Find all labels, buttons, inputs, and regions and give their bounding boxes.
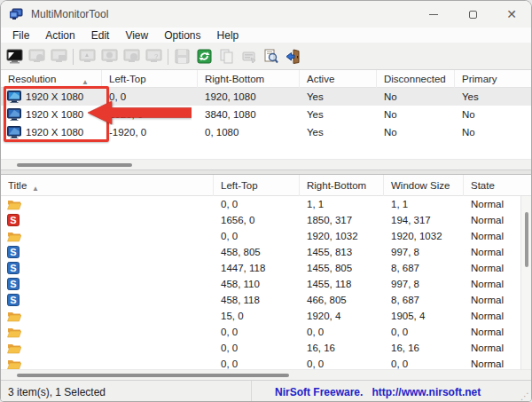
folder-icon bbox=[7, 343, 21, 354]
left-top-value: 458, 118 bbox=[214, 295, 300, 305]
window-row[interactable]: 15, 0 1920, 4 1905, 4 Normal bbox=[1, 308, 531, 324]
window-row[interactable]: S 1447, 118 1455, 805 8, 687 Normal bbox=[1, 260, 531, 276]
menu-edit[interactable]: Edit bbox=[83, 28, 118, 43]
find-button[interactable] bbox=[260, 46, 282, 67]
column-header-right-bottom[interactable]: Right-Bottom bbox=[198, 70, 300, 88]
window-row[interactable]: S 458, 110 1455, 118 997, 8 Normal bbox=[1, 276, 531, 292]
left-top-value: 15, 0 bbox=[214, 311, 300, 321]
menu-file[interactable]: File bbox=[4, 28, 37, 43]
left-top-value: -1920, 0 bbox=[102, 127, 198, 138]
refresh-icon bbox=[197, 49, 212, 64]
monitors-table-empty-area bbox=[1, 141, 531, 159]
column-header-resolution[interactable]: Resolution ▲ bbox=[1, 70, 102, 88]
right-bottom-value: 1920, 4 bbox=[300, 311, 384, 321]
svg-text:S: S bbox=[10, 263, 16, 273]
window-title: MultiMonitorTool bbox=[31, 8, 108, 20]
menu-bar: File Action Edit View Options Help bbox=[1, 28, 531, 43]
nirsoft-url-link[interactable]: http://www.nirsoft.net bbox=[372, 386, 481, 398]
scrollbar-thumb[interactable] bbox=[17, 163, 132, 167]
column-header-window-size[interactable]: Window Size bbox=[384, 175, 464, 196]
window-row[interactable]: 0, 0 1, 1 1, 1 Normal bbox=[1, 196, 531, 212]
monitor-preview-button[interactable] bbox=[4, 46, 26, 67]
exit-button[interactable] bbox=[282, 46, 304, 67]
window-row[interactable]: 0, 0 0, 0 0, 0 Normal bbox=[1, 324, 531, 340]
windows-table-rows: 0, 0 1, 1 1, 1 Normal S 1656, 0 1850, 31… bbox=[1, 196, 531, 369]
windows-table-header: Title ▲ Left-Top Right-Bottom Window Siz… bbox=[1, 175, 531, 196]
window-size-value: 1, 1 bbox=[384, 199, 464, 209]
column-header-label: Title bbox=[8, 180, 27, 191]
left-top-value: 0, 0 bbox=[214, 343, 300, 353]
column-header-primary[interactable]: Primary bbox=[455, 70, 531, 88]
right-bottom-value: 1920, 1080 bbox=[198, 91, 300, 102]
left-top-value: 458, 110 bbox=[214, 279, 300, 289]
state-value: Normal bbox=[464, 359, 506, 369]
state-value: Normal bbox=[464, 215, 506, 225]
minimize-button[interactable] bbox=[414, 1, 453, 28]
active-value: Yes bbox=[300, 91, 377, 102]
window-size-value: 997, 8 bbox=[384, 247, 464, 257]
primary-value: No bbox=[455, 127, 531, 138]
state-value: Normal bbox=[464, 343, 506, 353]
window-row[interactable]: 0, 0 0, 0 0, 0 Normal bbox=[1, 356, 531, 369]
column-header-state[interactable]: State bbox=[464, 175, 506, 196]
menu-options[interactable]: Options bbox=[156, 28, 208, 43]
state-value: Normal bbox=[464, 263, 506, 273]
folder-icon bbox=[7, 311, 21, 322]
windows-vertical-scrollbar[interactable] bbox=[520, 196, 531, 369]
column-header-active[interactable]: Active bbox=[300, 70, 377, 88]
primary-value: Yes bbox=[455, 91, 531, 102]
column-header-left-top[interactable]: Left-Top bbox=[214, 175, 300, 196]
properties-button bbox=[238, 46, 260, 67]
monitor-settings-button: ? bbox=[143, 46, 165, 67]
scrollbar-thumb[interactable] bbox=[525, 212, 528, 267]
disconnected-value: No bbox=[377, 91, 455, 102]
window-size-value: 1905, 4 bbox=[384, 311, 464, 321]
app-s-blue-icon: S bbox=[7, 246, 20, 258]
left-top-value: 0, 0 bbox=[214, 199, 300, 209]
menu-help[interactable]: Help bbox=[209, 28, 247, 43]
monitor-move-window-icon bbox=[101, 49, 118, 64]
state-value: Normal bbox=[464, 311, 506, 321]
find-icon bbox=[263, 49, 278, 64]
left-top-value: 0, 0 bbox=[214, 231, 300, 241]
copy-icon bbox=[219, 49, 234, 64]
right-bottom-value: 16, 16 bbox=[300, 343, 384, 353]
folder-icon bbox=[7, 359, 21, 370]
exit-icon bbox=[286, 49, 301, 64]
window-row[interactable]: S 458, 805 1455, 813 997, 8 Normal bbox=[1, 244, 531, 260]
windows-horizontal-scrollbar[interactable] bbox=[1, 369, 531, 380]
column-header-left-top[interactable]: Left-Top bbox=[102, 70, 198, 88]
folder-icon bbox=[7, 327, 21, 338]
refresh-button[interactable] bbox=[193, 46, 215, 67]
toolbar: ? bbox=[1, 43, 531, 70]
right-bottom-value: 1920, 1032 bbox=[300, 231, 384, 241]
column-header-disconnected[interactable]: Disconnected bbox=[377, 70, 455, 88]
column-header-right-bottom[interactable]: Right-Bottom bbox=[300, 175, 384, 196]
window-row[interactable]: S 458, 118 466, 805 8, 687 Normal bbox=[1, 292, 531, 308]
window-row[interactable]: 0, 0 1920, 1032 1920, 1032 Normal bbox=[1, 228, 531, 244]
svg-text:S: S bbox=[10, 247, 16, 257]
close-button[interactable]: ✕ bbox=[492, 1, 531, 28]
multimonitortool-window: MultiMonitorTool ✕ File Action Edit View… bbox=[0, 0, 532, 402]
resize-grip[interactable]: ⋰ bbox=[520, 391, 528, 401]
monitor-disable-icon bbox=[28, 49, 45, 64]
disconnected-value: No bbox=[377, 127, 455, 138]
scrollbar-thumb[interactable] bbox=[17, 374, 289, 377]
window-size-value: 1920, 1032 bbox=[384, 231, 464, 241]
monitor-next-button bbox=[121, 46, 143, 67]
column-header-title[interactable]: Title ▲ bbox=[1, 175, 214, 196]
menu-action[interactable]: Action bbox=[37, 28, 82, 43]
state-value: Normal bbox=[464, 231, 506, 241]
menu-view[interactable]: View bbox=[117, 28, 156, 43]
close-icon: ✕ bbox=[506, 8, 517, 20]
left-top-value: 0, 0 bbox=[214, 327, 300, 337]
toolbar-separator bbox=[168, 49, 168, 65]
app-s-blue-icon: S bbox=[7, 262, 20, 274]
window-row[interactable]: 0, 0 16, 16 16, 16 Normal bbox=[1, 340, 531, 356]
monitors-horizontal-scrollbar[interactable] bbox=[1, 159, 531, 169]
status-items-count: 3 item(s), 1 Selected bbox=[1, 381, 252, 402]
maximize-button[interactable] bbox=[453, 1, 492, 28]
svg-text:S: S bbox=[10, 215, 16, 225]
window-size-value: 997, 8 bbox=[384, 279, 464, 289]
window-row[interactable]: S 1656, 0 1850, 317 194, 317 Normal bbox=[1, 212, 531, 228]
